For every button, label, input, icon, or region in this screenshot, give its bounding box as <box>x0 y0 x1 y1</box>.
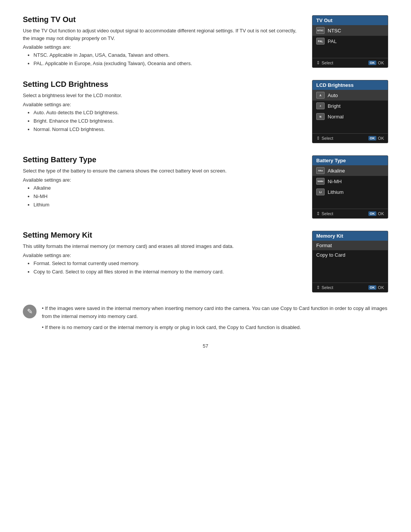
memory-list: Format. Select to format currently used … <box>23 259 304 276</box>
tv-out-content: Setting TV Out Use the TV Out function t… <box>23 15 304 68</box>
panel-item-nimh[interactable]: NiMH Ni-MH <box>312 176 388 187</box>
lcd-brightness-desc: Select a brightness level for the LCD mo… <box>23 92 304 99</box>
select-arrow-icon: ⇕ <box>316 60 320 66</box>
list-item: Ni-MH <box>33 192 304 201</box>
lcd-panel-footer: ⇕ Select OK OK <box>312 133 388 143</box>
battery-type-title: Setting Battery Type <box>23 155 304 164</box>
panel-item-alkaline[interactable]: Alka Alkaline <box>312 165 388 176</box>
lcd-brightness-title: Setting LCD Brightness <box>23 80 304 89</box>
memory-panel: Memory Kit Format Copy to Card ⇕ Select … <box>312 231 388 292</box>
page-number: 57 <box>23 343 388 349</box>
panel-spacer <box>312 122 388 133</box>
tv-out-section: Setting TV Out Use the TV Out function t… <box>23 15 388 68</box>
nimh-icon: NiMH <box>316 178 325 185</box>
tv-out-panel-footer: ⇕ Select OK OK <box>312 58 388 67</box>
panel-item-lithium[interactable]: Li Lithium <box>312 187 388 197</box>
panel-item-copy-to-card[interactable]: Copy to Card <box>312 250 388 260</box>
lcd-panel-header: LCD Brightness <box>312 80 388 90</box>
lcd-brightness-content: Setting LCD Brightness Select a brightne… <box>23 80 304 143</box>
battery-panel-wrap: Battery Type Alka Alkaline NiMH Ni-MH Li… <box>312 155 388 219</box>
tv-out-list: NTSC. Applicable in Japan, USA, Canada, … <box>23 51 304 68</box>
ok-hint: OK OK <box>368 61 384 65</box>
auto-icon: A <box>316 92 325 99</box>
note-line-2: • If there is no memory card or the inte… <box>42 324 388 332</box>
panel-item-auto[interactable]: A Auto <box>312 90 388 101</box>
list-item: Bright. Enhance the LCD brightness. <box>33 117 304 125</box>
tv-out-desc: Use the TV Out function to adjust video … <box>23 27 304 42</box>
battery-type-section: Setting Battery Type Select the type of … <box>23 155 388 219</box>
memory-panel-footer: ⇕ Select OK OK <box>312 283 388 292</box>
alkaline-icon: Alka <box>316 167 325 174</box>
battery-panel-footer: ⇕ Select OK OK <box>312 209 388 218</box>
ntsc-icon: NTSC <box>316 27 325 34</box>
list-item: Lithium <box>33 201 304 209</box>
tv-out-title: Setting TV Out <box>23 15 304 24</box>
select-hint: ⇕ Select <box>316 60 333 66</box>
panel-spacer <box>312 46 388 58</box>
note-line-1: • If the images were saved in the intern… <box>42 305 388 321</box>
normal-icon: N <box>316 113 325 120</box>
panel-item-normal[interactable]: N Normal <box>312 111 388 122</box>
list-item: NTSC. Applicable in Japan, USA, Canada, … <box>33 51 304 59</box>
list-item: Format. Select to format currently used … <box>33 259 304 268</box>
lcd-list: Auto. Auto detects the LCD brightness. B… <box>23 109 304 134</box>
battery-list: Alkaline Ni-MH Lithium <box>23 184 304 209</box>
panel-spacer <box>312 197 388 209</box>
list-item: Copy to Card. Select to copy all files s… <box>33 268 304 276</box>
battery-type-desc: Select the type of the battery to ensure… <box>23 167 304 175</box>
ok-hint: OK OK <box>368 285 384 290</box>
select-arrow-icon: ⇕ <box>316 211 320 216</box>
lcd-panel: LCD Brightness A Auto + Bright N Normal … <box>312 80 388 143</box>
ok-badge: OK <box>368 61 377 65</box>
memory-panel-header: Memory Kit <box>312 231 388 241</box>
lcd-panel-wrap: LCD Brightness A Auto + Bright N Normal … <box>312 80 388 143</box>
ok-badge: OK <box>368 136 377 141</box>
ok-badge: OK <box>368 285 377 290</box>
panel-spacer <box>312 260 388 271</box>
select-hint: ⇕ Select <box>316 136 333 141</box>
note-box: ✎ • If the images were saved in the inte… <box>23 305 388 331</box>
memory-kit-title: Setting Memory Kit <box>23 231 304 240</box>
panel-spacer-2 <box>312 271 388 283</box>
list-item: Auto. Auto detects the LCD brightness. <box>33 109 304 117</box>
panel-item-ntsc[interactable]: NTSC NTSC <box>312 25 388 36</box>
select-hint: ⇕ Select <box>316 285 333 290</box>
select-arrow-icon: ⇕ <box>316 136 320 141</box>
tv-out-panel-header: TV Out <box>312 16 388 25</box>
battery-settings-label: Available settings are: <box>23 177 304 183</box>
memory-settings-label: Available settings are: <box>23 252 304 258</box>
battery-type-content: Setting Battery Type Select the type of … <box>23 155 304 219</box>
battery-panel-header: Battery Type <box>312 156 388 165</box>
lcd-brightness-section: Setting LCD Brightness Select a brightne… <box>23 80 388 143</box>
pal-icon: PAL <box>316 38 325 45</box>
panel-item-bright[interactable]: + Bright <box>312 101 388 111</box>
list-item: PAL. Applicable in Europe, Asia (excludi… <box>33 59 304 68</box>
ok-badge: OK <box>368 211 377 216</box>
memory-kit-desc: This utility formats the internal memory… <box>23 243 304 250</box>
note-icon: ✎ <box>23 305 37 318</box>
tv-out-settings-label: Available settings are: <box>23 44 304 50</box>
memory-kit-section: Setting Memory Kit This utility formats … <box>23 231 388 292</box>
memory-kit-content: Setting Memory Kit This utility formats … <box>23 231 304 292</box>
select-hint: ⇕ Select <box>316 211 333 216</box>
lithium-icon: Li <box>316 189 325 195</box>
memory-panel-wrap: Memory Kit Format Copy to Card ⇕ Select … <box>312 231 388 292</box>
note-text: • If the images were saved in the intern… <box>42 305 388 331</box>
list-item: Alkaline <box>33 184 304 192</box>
lcd-settings-label: Available settings are: <box>23 102 304 107</box>
panel-item-format[interactable]: Format <box>312 241 388 250</box>
list-item: Normal. Normal LCD brightness. <box>33 125 304 134</box>
battery-panel: Battery Type Alka Alkaline NiMH Ni-MH Li… <box>312 155 388 219</box>
tv-out-panel: TV Out NTSC NTSC PAL PAL ⇕ Select OK OK <box>312 15 388 68</box>
tv-out-panel-wrap: TV Out NTSC NTSC PAL PAL ⇕ Select OK OK <box>312 15 388 68</box>
ok-hint: OK OK <box>368 136 384 141</box>
select-arrow-icon: ⇕ <box>316 285 320 290</box>
bright-icon: + <box>316 102 325 109</box>
ok-hint: OK OK <box>368 211 384 216</box>
panel-item-pal[interactable]: PAL PAL <box>312 36 388 46</box>
